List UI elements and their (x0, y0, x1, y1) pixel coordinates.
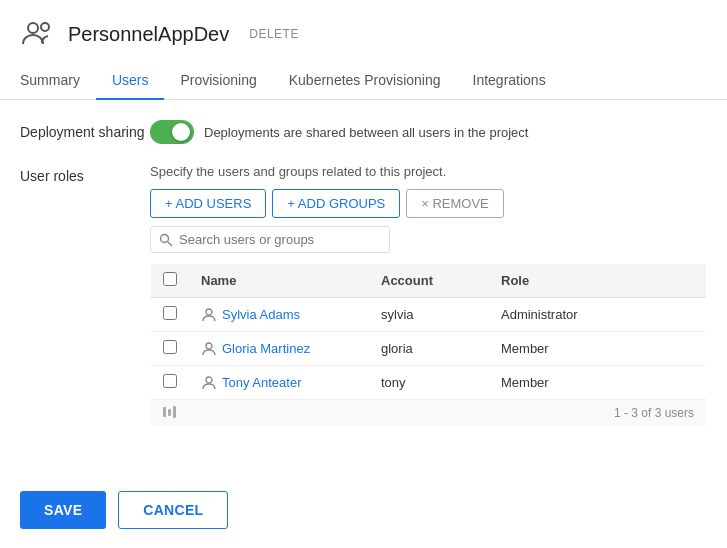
svg-point-1 (41, 23, 49, 31)
footer-buttons: SAVE CANCEL (0, 467, 727, 548)
row-role-cell: Administrator (489, 298, 707, 332)
pagination-info: 1 - 3 of 3 users (189, 400, 707, 427)
deployment-sharing-toggle[interactable] (150, 120, 194, 144)
table-footer-icon-cell (151, 400, 190, 427)
table-row: Sylvia Adams sylvia Administrator (151, 298, 707, 332)
columns-icon (163, 406, 176, 418)
row-role-cell: Member (489, 332, 707, 366)
row-account-cell: gloria (369, 332, 489, 366)
col-name-header: Name (189, 264, 369, 298)
user-roles-value: Specify the users and groups related to … (150, 164, 707, 427)
row-checkbox[interactable] (163, 340, 177, 354)
delete-button[interactable]: DELETE (249, 27, 299, 41)
user-roles-btn-group: + ADD USERS + ADD GROUPS × REMOVE (150, 189, 707, 218)
row-checkbox-cell (151, 332, 190, 366)
search-box (150, 226, 390, 253)
svg-point-4 (206, 309, 212, 315)
deployment-sharing-label: Deployment sharing (20, 120, 150, 144)
row-checkbox[interactable] (163, 374, 177, 388)
select-all-checkbox[interactable] (163, 272, 177, 286)
row-checkbox-cell (151, 298, 190, 332)
table-footer-row: 1 - 3 of 3 users (151, 400, 707, 427)
tab-integrations[interactable]: Integrations (457, 62, 562, 100)
user-person-icon (201, 341, 217, 357)
tab-summary[interactable]: Summary (20, 62, 96, 100)
users-table-body: Sylvia Adams sylvia Administrator (151, 298, 707, 400)
people-icon (20, 16, 56, 52)
user-roles-row: User roles Specify the users and groups … (20, 164, 707, 427)
cancel-button[interactable]: CANCEL (118, 491, 228, 529)
deployment-sharing-row: Deployment sharing Deployments are share… (20, 120, 707, 144)
app-header: PersonnelAppDev DELETE (0, 0, 727, 62)
add-users-button[interactable]: + ADD USERS (150, 189, 266, 218)
user-person-icon (201, 307, 217, 323)
app-title: PersonnelAppDev (68, 23, 229, 46)
deployment-sharing-description: Deployments are shared between all users… (204, 125, 528, 140)
add-groups-button[interactable]: + ADD GROUPS (272, 189, 400, 218)
nav-tabs: Summary Users Provisioning Kubernetes Pr… (0, 62, 727, 100)
user-link[interactable]: Tony Anteater (201, 375, 357, 391)
svg-point-6 (206, 377, 212, 383)
svg-point-0 (28, 23, 38, 33)
row-checkbox-cell (151, 366, 190, 400)
user-roles-label: User roles (20, 164, 150, 427)
remove-button[interactable]: × REMOVE (406, 189, 504, 218)
row-name-cell: Sylvia Adams (189, 298, 369, 332)
table-row: Tony Anteater tony Member (151, 366, 707, 400)
table-header-row: Name Account Role (151, 264, 707, 298)
save-button[interactable]: SAVE (20, 491, 106, 529)
col-role-header: Role (489, 264, 707, 298)
user-link[interactable]: Sylvia Adams (201, 307, 357, 323)
svg-line-3 (168, 242, 172, 246)
row-role-cell: Member (489, 366, 707, 400)
row-name-cell: Tony Anteater (189, 366, 369, 400)
col-checkbox-header (151, 264, 190, 298)
svg-point-2 (161, 234, 169, 242)
svg-point-5 (206, 343, 212, 349)
toggle-row: Deployments are shared between all users… (150, 120, 707, 144)
table-row: Gloria Martinez gloria Member (151, 332, 707, 366)
deployment-sharing-value: Deployments are shared between all users… (150, 120, 707, 144)
search-icon (159, 233, 173, 247)
row-name-cell: Gloria Martinez (189, 332, 369, 366)
tab-provisioning[interactable]: Provisioning (164, 62, 272, 100)
tab-k8s-provisioning[interactable]: Kubernetes Provisioning (273, 62, 457, 100)
row-account-cell: sylvia (369, 298, 489, 332)
col-account-header: Account (369, 264, 489, 298)
users-table: Name Account Role (150, 263, 707, 427)
row-checkbox[interactable] (163, 306, 177, 320)
user-person-icon (201, 375, 217, 391)
row-account-cell: tony (369, 366, 489, 400)
search-input[interactable] (179, 232, 381, 247)
tab-users[interactable]: Users (96, 62, 165, 100)
roles-description: Specify the users and groups related to … (150, 164, 707, 179)
user-link[interactable]: Gloria Martinez (201, 341, 357, 357)
main-content: Deployment sharing Deployments are share… (0, 100, 727, 467)
